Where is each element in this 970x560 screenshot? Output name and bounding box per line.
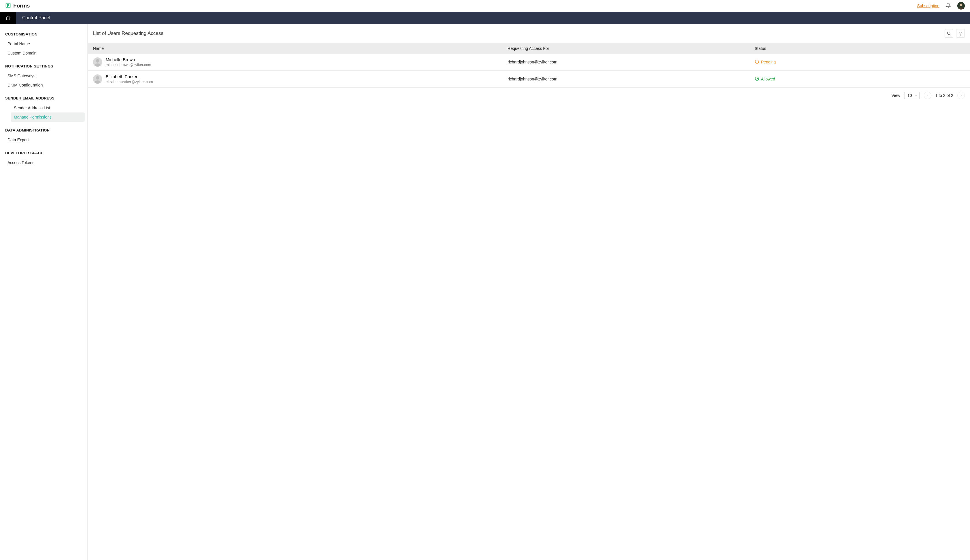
requesting-email: richardjohnson@zylker.com xyxy=(502,53,749,71)
page-size-value: 10 xyxy=(907,93,912,98)
subscription-link[interactable]: Subscription xyxy=(917,3,939,8)
search-button[interactable] xyxy=(945,29,953,38)
page-range: 1 to 2 of 2 xyxy=(935,93,953,98)
user-email: elizabethparker@zylker.com xyxy=(105,80,153,84)
user-email: michellebrown@zylker.com xyxy=(105,63,151,67)
section-title: SENDER EMAIL ADDRESS xyxy=(0,94,87,103)
requesting-email: richardjohnson@zylker.com xyxy=(502,71,749,88)
column-status: Status xyxy=(749,43,970,53)
user-name: Elizabeth Parker xyxy=(105,74,153,79)
page-size-select[interactable]: 10 xyxy=(904,92,920,99)
sidebar-item[interactable]: Access Tokens xyxy=(0,158,87,167)
table-row[interactable]: Michelle Brownmichellebrown@zylker.comri… xyxy=(88,53,970,71)
status-badge: Pending xyxy=(754,59,965,65)
svg-point-9 xyxy=(96,59,99,63)
check-circle-icon xyxy=(754,77,759,82)
svg-point-6 xyxy=(948,32,950,35)
user-avatar-icon xyxy=(93,74,102,83)
svg-marker-8 xyxy=(959,32,962,35)
prev-page-button[interactable] xyxy=(924,92,932,99)
topbar: Forms Subscription xyxy=(0,0,970,12)
sidebar-item[interactable]: Manage Permissions xyxy=(11,112,85,122)
sidebar: CUSTOMISATIONPortal NameCustom DomainNOT… xyxy=(0,24,88,560)
table-row[interactable]: Elizabeth Parkerelizabethparker@zylker.c… xyxy=(88,71,970,88)
svg-point-5 xyxy=(960,4,962,6)
sidebar-item[interactable]: DKIM Configuration xyxy=(0,80,87,90)
header-actions xyxy=(945,29,965,38)
header-bar: Control Panel xyxy=(0,12,970,24)
user-avatar[interactable] xyxy=(957,2,965,10)
brand: Forms xyxy=(5,3,30,9)
filter-button[interactable] xyxy=(956,29,965,38)
sidebar-item[interactable]: SMS Gateways xyxy=(0,71,87,80)
section-title: DATA ADMINISTRATION xyxy=(0,126,87,135)
user-name: Michelle Brown xyxy=(105,57,151,62)
bell-icon[interactable] xyxy=(946,3,951,9)
section-title: NOTIFICATION SETTINGS xyxy=(0,62,87,71)
users-table: Name Requesting Access For Status Michel… xyxy=(88,43,970,88)
status-text: Allowed xyxy=(761,77,775,81)
table-footer: View 10 1 to 2 of 2 xyxy=(88,88,970,103)
sidebar-item[interactable]: Custom Domain xyxy=(0,48,87,58)
column-requesting: Requesting Access For xyxy=(502,43,749,53)
sidebar-item[interactable]: Data Export xyxy=(0,135,87,145)
view-label: View xyxy=(891,93,900,98)
sidebar-item[interactable]: Sender Address List xyxy=(0,103,87,112)
clock-icon xyxy=(754,59,759,65)
section-title: CUSTOMISATION xyxy=(0,30,87,39)
status-badge: Allowed xyxy=(754,77,965,82)
home-button[interactable] xyxy=(0,12,16,24)
svg-line-7 xyxy=(950,34,951,35)
status-text: Pending xyxy=(761,60,776,64)
forms-logo-icon xyxy=(5,3,11,9)
header-title: Control Panel xyxy=(16,12,50,24)
next-page-button[interactable] xyxy=(957,92,965,99)
topbar-right: Subscription xyxy=(917,2,965,10)
section-title: DEVELOPER SPACE xyxy=(0,148,87,158)
main-header: List of Users Requesting Access xyxy=(88,24,970,43)
svg-point-11 xyxy=(96,76,99,80)
column-name: Name xyxy=(88,43,502,53)
sidebar-item[interactable]: Portal Name xyxy=(0,39,87,48)
main: List of Users Requesting Access Name Req… xyxy=(88,24,970,560)
page-title: List of Users Requesting Access xyxy=(93,30,163,36)
svg-point-12 xyxy=(755,77,759,80)
user-avatar-icon xyxy=(93,57,102,67)
brand-name: Forms xyxy=(13,3,30,9)
